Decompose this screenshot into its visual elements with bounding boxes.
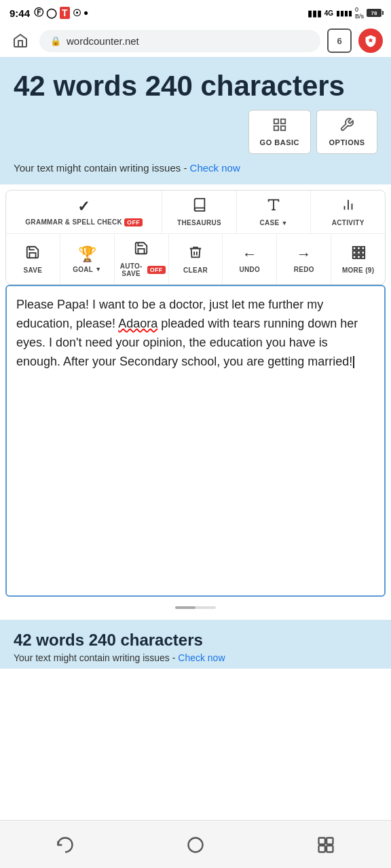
go-basic-label: GO BASIC bbox=[260, 138, 299, 146]
bottom-stats-banner: 42 words 240 characters Your text might … bbox=[0, 620, 391, 669]
goal-icon: 🏆 bbox=[78, 245, 96, 263]
more-label: MORE (9) bbox=[342, 267, 374, 274]
text-editor[interactable]: Please Papa! I want to be a doctor, just… bbox=[5, 285, 386, 597]
home-button[interactable] bbox=[8, 28, 33, 53]
activity-label: ACTIVITY bbox=[332, 219, 365, 226]
more-button[interactable]: MORE (9) bbox=[331, 234, 385, 284]
redo-button[interactable]: → REDO bbox=[277, 234, 331, 284]
case-button[interactable]: CASE ▼ bbox=[237, 191, 312, 233]
save-button[interactable]: SAVE bbox=[6, 234, 60, 284]
wifi-signal-icon: ▮▮▮▮ bbox=[336, 9, 352, 18]
battery-icon: 78 bbox=[367, 9, 381, 17]
status-left: 9:44 Ⓕ ◯ T ☉ • bbox=[10, 6, 88, 20]
options-label: OPTIONS bbox=[329, 138, 365, 146]
thesaurus-button[interactable]: THESAURUS bbox=[162, 191, 237, 233]
svg-rect-16 bbox=[357, 255, 360, 258]
bottom-check-now-link[interactable]: Check now bbox=[178, 652, 225, 663]
clear-label: CLEAR bbox=[183, 267, 208, 274]
data-speed: 0B/s bbox=[355, 6, 364, 20]
browser-bar: 🔒 wordcounter.net 6 bbox=[0, 24, 391, 57]
check-now-link[interactable]: Check now bbox=[190, 162, 240, 174]
shield-status-icon: ☉ bbox=[73, 7, 81, 18]
word-count-title: 42 words 240 characters bbox=[14, 71, 377, 102]
options-button[interactable]: OPTIONS bbox=[316, 110, 377, 154]
facebook-icon: Ⓕ bbox=[34, 7, 43, 19]
redo-label: REDO bbox=[294, 266, 314, 273]
url-bar[interactable]: 🔒 wordcounter.net bbox=[39, 30, 320, 52]
svg-rect-19 bbox=[319, 838, 325, 844]
save-icon bbox=[25, 245, 40, 264]
status-bar: 9:44 Ⓕ ◯ T ☉ • ▮▮▮ 4G ▮▮▮▮ 0B/s 78 bbox=[0, 0, 391, 24]
svg-rect-21 bbox=[319, 846, 325, 852]
svg-rect-2 bbox=[281, 126, 285, 130]
svg-rect-20 bbox=[327, 838, 333, 844]
svg-rect-15 bbox=[352, 255, 356, 258]
thesaurus-icon bbox=[192, 197, 207, 216]
toolbar-row-2: SAVE 🏆 GOAL ▼ AUTO-SAVE OFF bbox=[6, 234, 385, 284]
signal-icon: ▮▮▮ bbox=[308, 8, 322, 18]
case-chevron: ▼ bbox=[282, 220, 288, 226]
status-icons: Ⓕ ◯ T ☉ • bbox=[34, 6, 88, 20]
goal-label: GOAL bbox=[73, 266, 93, 273]
undo-button[interactable]: ← UNDO bbox=[223, 234, 277, 284]
stats-banner: 42 words 240 characters GO BASIC OPTIONS bbox=[0, 57, 391, 184]
stats-actions: GO BASIC OPTIONS bbox=[14, 110, 377, 154]
case-icon bbox=[266, 197, 281, 216]
nav-bar bbox=[0, 820, 391, 868]
autosave-off-badge: OFF bbox=[147, 266, 166, 274]
clear-button[interactable]: CLEAR bbox=[169, 234, 223, 284]
svg-rect-10 bbox=[357, 246, 360, 250]
options-icon bbox=[339, 117, 354, 136]
toolbar-row-1: ✓ GRAMMAR & SPELL CHECK OFF THESAURUS bbox=[6, 191, 385, 234]
more-icon bbox=[351, 245, 366, 264]
vpn-shield-button[interactable] bbox=[358, 28, 383, 53]
thesaurus-label: THESAURUS bbox=[177, 219, 221, 226]
back-nav-button[interactable] bbox=[49, 829, 81, 861]
save-label: SAVE bbox=[24, 267, 43, 274]
t-app-icon: T bbox=[60, 7, 70, 19]
toolbar: ✓ GRAMMAR & SPELL CHECK OFF THESAURUS bbox=[5, 190, 386, 285]
undo-icon: ← bbox=[242, 245, 257, 263]
svg-rect-13 bbox=[357, 251, 360, 254]
clear-icon bbox=[188, 245, 203, 264]
go-basic-icon bbox=[272, 117, 287, 136]
writing-issues-text: Your text might contain writing issues -… bbox=[14, 162, 377, 174]
grammar-icon: ✓ bbox=[77, 198, 90, 216]
undo-label: UNDO bbox=[240, 266, 261, 273]
bottom-word-count: 42 words 240 characters bbox=[14, 631, 377, 650]
p-app-icon: ◯ bbox=[46, 7, 57, 18]
editor-content[interactable]: Please Papa! I want to be a doctor, just… bbox=[16, 296, 375, 372]
goal-chevron: ▼ bbox=[95, 266, 101, 273]
svg-rect-1 bbox=[281, 119, 285, 123]
grammar-off-badge: OFF bbox=[124, 218, 143, 226]
spell-check-word: Adaora bbox=[118, 317, 157, 330]
autosave-icon bbox=[134, 241, 149, 260]
lock-icon: 🔒 bbox=[50, 36, 61, 46]
go-basic-button[interactable]: GO BASIC bbox=[248, 110, 311, 154]
svg-point-18 bbox=[189, 838, 203, 852]
network-type: 4G bbox=[324, 9, 333, 17]
svg-rect-12 bbox=[352, 251, 356, 254]
scrollbar-thumb bbox=[175, 606, 196, 609]
svg-rect-3 bbox=[274, 126, 278, 130]
grammar-spell-check-button[interactable]: ✓ GRAMMAR & SPELL CHECK OFF bbox=[6, 191, 162, 233]
time-display: 9:44 bbox=[10, 7, 30, 19]
activity-icon bbox=[341, 197, 356, 216]
autosave-label: AUTO-SAVE bbox=[117, 262, 145, 277]
autosave-button[interactable]: AUTO-SAVE OFF bbox=[115, 234, 169, 284]
recent-apps-button[interactable] bbox=[310, 829, 342, 861]
activity-button[interactable]: ACTIVITY bbox=[311, 191, 385, 233]
scrollbar[interactable] bbox=[0, 597, 391, 614]
text-cursor bbox=[353, 356, 354, 368]
tabs-button[interactable]: 6 bbox=[327, 28, 352, 53]
svg-rect-9 bbox=[352, 246, 356, 250]
case-label: CASE bbox=[260, 219, 280, 226]
bottom-writing-issues: Your text might contain writing issues -… bbox=[14, 652, 377, 663]
home-nav-button[interactable] bbox=[179, 829, 212, 861]
status-right: ▮▮▮ 4G ▮▮▮▮ 0B/s 78 bbox=[308, 6, 381, 20]
goal-button[interactable]: 🏆 GOAL ▼ bbox=[60, 234, 115, 284]
scrollbar-track bbox=[175, 606, 216, 609]
svg-rect-22 bbox=[327, 846, 333, 852]
svg-rect-17 bbox=[361, 255, 365, 258]
svg-rect-0 bbox=[274, 119, 278, 123]
